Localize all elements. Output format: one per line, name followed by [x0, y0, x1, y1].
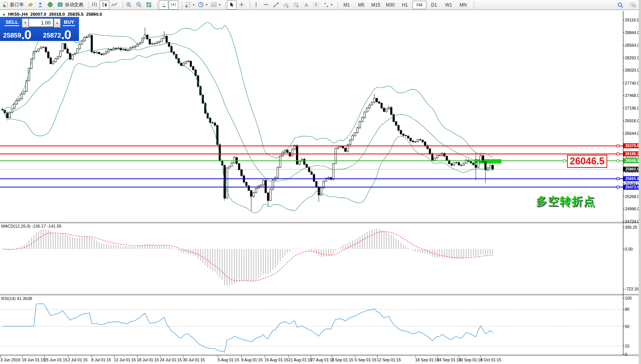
toolbar-group: 新订单自动交易 [1, 0, 85, 10]
indicators-list-button[interactable]: ▾ [183, 0, 196, 10]
ohlc-low: 25835.5 [67, 12, 84, 16]
sell-button[interactable]: SELL [2, 19, 21, 25]
crosshair-tool-button[interactable] [237, 0, 247, 10]
svg-text:F: F [297, 5, 299, 8]
ohlc-high: 26018.0 [49, 12, 65, 16]
cursor-tool-icon [228, 2, 235, 8]
one-click-trading-panel: SELL ▼ 1.00 ▲ BUY 25859.0 25872.0 [0, 17, 79, 41]
timeframe-d1-button[interactable]: D1 [427, 1, 441, 9]
auto-trading-label: 自动交易 [65, 2, 83, 8]
zoom-out-button[interactable] [134, 0, 144, 10]
toolbar-separator [472, 1, 474, 9]
chart-shift-icon [170, 2, 177, 8]
auto-scroll-button[interactable] [159, 0, 168, 10]
vertical-line-tool-button[interactable] [251, 0, 261, 10]
timeframe-mn-button[interactable]: MN [456, 1, 470, 9]
timeframe-m5-button[interactable]: M5 [354, 1, 368, 9]
navigator-button[interactable] [46, 0, 55, 10]
timeframe-w1-button[interactable]: W1 [442, 1, 455, 9]
window-edge [639, 0, 641, 364]
fibonacci-tool-icon: F [293, 2, 299, 8]
equidistant-channel-tool-button[interactable]: E [281, 0, 291, 10]
search-button[interactable] [616, 0, 625, 10]
templates-icon [211, 2, 217, 8]
tile-windows-icon [146, 2, 152, 8]
crosshair-tool-icon [238, 2, 245, 8]
equidistant-channel-tool-icon: E [283, 2, 289, 8]
new-order-label: 新订单 [10, 2, 24, 8]
toolbar-separator [120, 1, 123, 9]
indicators-list-dropdown-icon[interactable]: ▾ [193, 3, 194, 7]
collapse-panel-icon[interactable]: ▲ [2, 13, 5, 16]
toolbar-group [159, 0, 178, 10]
templates-button[interactable]: ▾ [209, 0, 222, 10]
new-order-button[interactable]: 新订单 [1, 0, 25, 10]
data-window-button[interactable] [36, 0, 45, 10]
trendline-tool-icon [273, 2, 279, 8]
timeframe-bar: M1M5M15M30H1H4D1W1MN [340, 1, 470, 9]
arrows-tool-dropdown-icon[interactable]: ▾ [331, 3, 332, 7]
tile-windows-button[interactable] [144, 0, 154, 10]
timeframe-m15-button[interactable]: M15 [369, 1, 383, 9]
toolbar-group [90, 0, 119, 10]
text-label-tool-button[interactable]: T [311, 0, 321, 10]
toolbar-separator [155, 1, 158, 9]
timeframe-h4-button[interactable]: H4 [413, 1, 426, 9]
sell-price: 25859.0 [3, 29, 31, 41]
timeframe-m30-button[interactable]: M30 [383, 1, 397, 9]
candlestick-chart-button[interactable] [100, 0, 109, 10]
toolbar: 新订单自动交易▾▾▾EFAT▾ M1M5M15M30H1H4D1W1MN [0, 0, 641, 10]
toolbar-separator [248, 1, 250, 9]
timeframe-m1-button[interactable]: M1 [340, 1, 353, 9]
rsi-label: RSI(14) 41.3638 [1, 296, 32, 301]
chart-annotation-text[interactable]: 多空转折点 [536, 194, 595, 209]
community-chat-button[interactable] [628, 0, 638, 10]
new-order-icon [2, 2, 9, 8]
cursor-tool-button[interactable] [227, 0, 237, 10]
volume-decrease-button[interactable]: ▼ [22, 18, 29, 28]
toolbar-group [124, 0, 154, 10]
periods-list-button[interactable]: ▾ [196, 0, 209, 10]
templates-dropdown-icon[interactable]: ▾ [219, 3, 220, 7]
chart-shift-button[interactable] [169, 0, 178, 10]
toolbar-group [227, 0, 247, 10]
timeframe-h1-button[interactable]: H1 [398, 1, 412, 9]
fibonacci-tool-button[interactable]: F [291, 0, 301, 10]
arrows-tool-icon [323, 2, 329, 8]
text-tool-button[interactable]: A [301, 0, 311, 10]
toolbar-separator [335, 1, 338, 9]
toolbar-separator [179, 1, 182, 9]
volume-increase-button[interactable]: ▲ [54, 18, 61, 28]
zoom-in-icon [126, 2, 132, 8]
candlestick-chart-icon [101, 2, 108, 8]
auto-scroll-icon [160, 2, 167, 8]
trendline-tool-button[interactable] [271, 0, 281, 10]
zoom-in-button[interactable] [124, 0, 134, 10]
ohlc-open: 26007.0 [30, 12, 46, 16]
buy-button[interactable]: BUY [61, 19, 77, 25]
chart-window: 29116.028844.028564.028292.028020.027740… [0, 10, 641, 364]
bar-chart-button[interactable] [90, 0, 99, 10]
toolbar-separator [86, 1, 89, 9]
data-window-icon [37, 2, 44, 8]
macd-label: MACD(12,26,9) -136.17 -141.55 [1, 224, 61, 228]
periods-list-icon [198, 2, 204, 8]
horizontal-line-tool-icon [263, 2, 270, 8]
auto-trading-icon [57, 2, 64, 8]
market-watch-button[interactable] [26, 0, 35, 10]
line-chart-button[interactable] [110, 0, 119, 10]
text-label-tool-icon: T [313, 2, 319, 8]
arrows-tool-button[interactable]: ▾ [321, 0, 334, 10]
price-callout-label[interactable]: 26046.5 [567, 155, 607, 168]
svg-text:E: E [287, 5, 289, 8]
navigator-icon [47, 2, 54, 8]
svg-text:A: A [304, 2, 308, 8]
volume-input[interactable]: 1.00 [29, 18, 53, 27]
horizontal-line-tool-button[interactable] [261, 0, 271, 10]
toolbar-groups: 新订单自动交易▾▾▾EFAT▾ [1, 0, 334, 10]
toolbar-group: EFAT▾ [251, 0, 334, 10]
auto-trading-button[interactable]: 自动交易 [56, 0, 85, 10]
periods-list-dropdown-icon[interactable]: ▾ [206, 3, 207, 7]
text-tool-icon: A [303, 2, 309, 8]
toolbar-right [616, 0, 638, 10]
